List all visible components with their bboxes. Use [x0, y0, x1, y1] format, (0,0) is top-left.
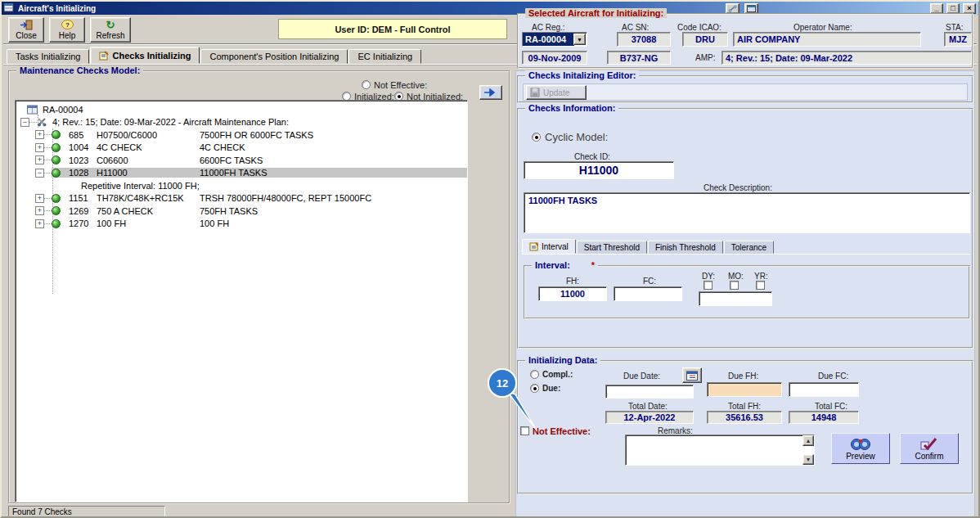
- tab-finish-threshold[interactable]: Finish Threshold: [648, 241, 723, 254]
- close-button[interactable]: Close: [8, 17, 44, 43]
- compl-radio[interactable]: [530, 370, 539, 379]
- app-icon: [4, 3, 15, 13]
- tab-interval[interactable]: Interval: [522, 239, 576, 254]
- tree-check-row[interactable]: + 1269 750 A CHECK 750FH TASKS: [16, 205, 467, 218]
- update-button[interactable]: Update: [526, 85, 587, 100]
- sta-label: STA:: [946, 23, 963, 32]
- check-status-icon: [52, 194, 61, 203]
- total-fc-field: 14948: [789, 411, 859, 424]
- check-code: C06600: [97, 155, 200, 165]
- refresh-button[interactable]: ↻ Refresh: [90, 17, 131, 43]
- preview-button[interactable]: Preview: [831, 433, 890, 464]
- ac-reg-combobox[interactable]: RA-00004 ▼: [522, 32, 587, 47]
- expand-toggle[interactable]: +: [35, 219, 44, 228]
- tree-check-row[interactable]: + 685 H07500/C6000 7500FH OR 6000FC TASK…: [16, 128, 467, 142]
- tree-check-row[interactable]: + 1004 4C CHECK 4C CHECK: [16, 142, 467, 155]
- cyclic-model-radio[interactable]: [532, 133, 541, 142]
- tree-dot-link: [29, 122, 37, 123]
- total-date-label: Total Date:: [628, 402, 668, 411]
- minimize-button[interactable]: _: [930, 3, 943, 14]
- tab-label: Finish Threshold: [655, 243, 716, 252]
- check-status-icon: [52, 169, 61, 178]
- check-status-icon: [52, 155, 61, 164]
- tab-label: Interval: [542, 242, 569, 251]
- tab-label: Tolerance: [731, 243, 766, 252]
- check-status-icon: [52, 219, 61, 228]
- check-code: 750 A CHECK: [97, 206, 200, 216]
- due-fc-field[interactable]: [789, 382, 859, 397]
- check-status-icon: [52, 130, 61, 139]
- tree-root-label: RA-00004: [38, 105, 83, 115]
- check-status-icon: [52, 206, 61, 215]
- scroll-down-icon[interactable]: ▼: [802, 454, 814, 465]
- save-disk-icon: [530, 88, 540, 97]
- mo-label: MO:: [728, 272, 744, 281]
- chevron-down-icon[interactable]: ▼: [573, 34, 586, 45]
- code-icao-field: DRU: [682, 32, 728, 47]
- not-effective-filter-radio[interactable]: [362, 80, 371, 89]
- due-fh-field[interactable]: [707, 382, 782, 397]
- expand-toggle[interactable]: +: [35, 130, 44, 139]
- tab-ec-initializing[interactable]: EC Initializing: [348, 49, 421, 64]
- maximize-button[interactable]: □: [946, 3, 960, 14]
- interval-calendar-field[interactable]: [699, 291, 772, 306]
- tree-dot-link: [44, 160, 52, 160]
- tree-dot-link: [44, 173, 52, 173]
- not-effective-label: Not Effective:: [533, 426, 591, 436]
- expand-toggle[interactable]: +: [35, 143, 44, 152]
- check-desc: TRSH 78000FH/48000FC, REPT 15000FC: [200, 193, 467, 203]
- yr-checkbox[interactable]: [756, 281, 765, 290]
- scroll-up-icon[interactable]: ▲: [802, 435, 814, 446]
- mo-checkbox[interactable]: [730, 281, 739, 290]
- expand-toggle[interactable]: +: [35, 206, 44, 215]
- ac-type-field: B737-NG: [607, 51, 671, 65]
- tab-components-position-initializing[interactable]: Component's Position Initializing: [200, 49, 348, 64]
- delivery-date-field: 09-Nov-2009: [522, 51, 587, 65]
- application-window: Aircraft's Initializing _ □ × Close ? He…: [0, 0, 980, 518]
- checks-tree[interactable]: RA-00004 − 4; Rev.: 15; Date: 09-Mar-202…: [15, 100, 468, 502]
- tree-check-row-selected[interactable]: − 1028 H11000 11000FH TASKS: [16, 167, 467, 180]
- expand-toggle[interactable]: +: [35, 194, 44, 203]
- due-date-field[interactable]: [605, 385, 694, 399]
- remarks-textarea[interactable]: [625, 435, 815, 466]
- check-description-field[interactable]: 11000FH TASKS: [524, 192, 970, 233]
- tree-plan-row[interactable]: − 4; Rev.: 15; Date: 09-Mar-2022 - Aircr…: [16, 116, 467, 129]
- expand-toggle[interactable]: −: [20, 118, 29, 127]
- confirm-button-label: Confirm: [915, 452, 943, 461]
- tree-check-row[interactable]: + 1270 100 FH 100 FH: [16, 218, 467, 231]
- check-id-field[interactable]: H11000: [524, 161, 674, 179]
- close-window-button[interactable]: ×: [963, 3, 976, 14]
- tree-root-row[interactable]: RA-00004: [16, 103, 467, 116]
- interval-fh-field[interactable]: 11000: [538, 286, 607, 301]
- interval-fc-field[interactable]: [614, 286, 682, 301]
- main-tab-strip: Tasks Initializing Checks Initializing C…: [7, 47, 422, 64]
- titlebar-tool-icon-1[interactable]: [726, 3, 739, 14]
- expand-toggle[interactable]: −: [35, 169, 44, 178]
- confirm-check-icon: [920, 437, 938, 451]
- check-id: 1151: [61, 193, 97, 203]
- tree-check-row[interactable]: + 1151 TH78K/C48K+RC15K TRSH 78000FH/480…: [16, 192, 467, 205]
- check-code: H11000: [97, 168, 200, 178]
- tab-label: Component's Position Initializing: [209, 52, 339, 61]
- tab-checks-initializing[interactable]: Checks Initializing: [90, 47, 200, 64]
- due-radio[interactable]: [530, 384, 539, 393]
- tab-start-threshold[interactable]: Start Threshold: [577, 241, 647, 254]
- code-icao-label: Code ICAO:: [677, 23, 722, 32]
- check-desc: 6600FC TASKS: [200, 155, 467, 165]
- titlebar-tool-icon-2[interactable]: [744, 3, 758, 14]
- confirm-button[interactable]: Confirm: [900, 433, 959, 464]
- remarks-scrollbar[interactable]: ▲ ▼: [802, 435, 814, 465]
- dy-checkbox[interactable]: [704, 281, 713, 290]
- interval-group-title-text: Interval:: [535, 260, 570, 270]
- calendar-button[interactable]: [682, 367, 702, 383]
- tree-check-row[interactable]: + 1023 C06600 6600FC TASKS: [16, 154, 467, 167]
- tab-tolerance[interactable]: Tolerance: [724, 241, 774, 254]
- help-button[interactable]: ? Help: [49, 17, 85, 43]
- tree-dot-link: [44, 223, 52, 224]
- expand-toggle[interactable]: +: [35, 155, 44, 164]
- apply-arrow-button[interactable]: [479, 85, 502, 100]
- tree-repetitive-interval-row: Repetitive Interval: 11000 FH;: [16, 179, 467, 192]
- due-fc-label: Due FC:: [818, 372, 848, 381]
- not-effective-checkbox[interactable]: [520, 426, 529, 435]
- tab-tasks-initializing[interactable]: Tasks Initializing: [7, 49, 89, 64]
